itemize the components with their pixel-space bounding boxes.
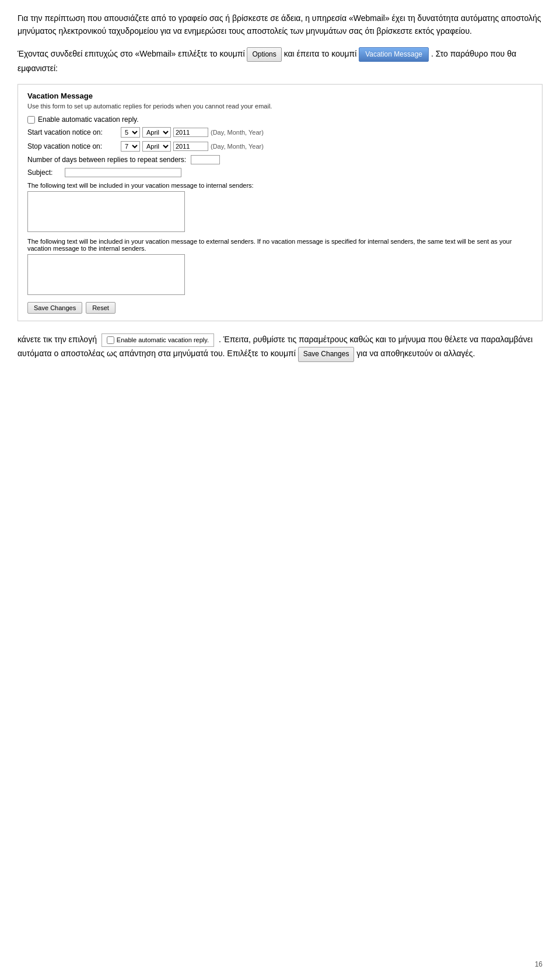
reset-button[interactable]: Reset bbox=[86, 302, 116, 314]
start-day-select[interactable]: 5 bbox=[121, 127, 140, 138]
internal-text-label: The following text will be included in y… bbox=[27, 182, 533, 189]
subject-input[interactable] bbox=[65, 168, 181, 177]
intro-p2-middle: και έπειτα το κουμπί bbox=[284, 49, 357, 58]
stop-month-select[interactable]: April bbox=[142, 141, 171, 152]
vacation-message-button[interactable]: Vacation Message bbox=[359, 47, 429, 62]
external-message-textarea[interactable] bbox=[27, 254, 185, 295]
footer-paragraph: κάνετε τικ την επιλογή Enable automatic … bbox=[18, 333, 542, 361]
intro-paragraph-1: Για την περίπτωση που απουσιάζετε από το… bbox=[18, 12, 542, 38]
save-changes-button[interactable]: Save Changes bbox=[27, 302, 82, 314]
start-month-select[interactable]: April bbox=[142, 127, 171, 138]
button-row: Save Changes Reset bbox=[27, 302, 533, 314]
start-format-label: (Day, Month, Year) bbox=[211, 129, 264, 136]
start-row: Start vacation notice on: 5 April (Day, … bbox=[27, 127, 533, 138]
options-button[interactable]: Options bbox=[247, 47, 281, 62]
intro-paragraph-2: Έχοντας συνδεθεί επιτυχώς στο «Webmail» … bbox=[18, 47, 542, 75]
footer-enable-checkbox[interactable] bbox=[107, 336, 114, 344]
stop-day-select[interactable]: 7 bbox=[121, 141, 140, 152]
repeat-row: Number of days between replies to repeat… bbox=[27, 155, 533, 164]
enable-row: Enable automatic vacation reply. bbox=[27, 115, 533, 124]
vacation-message-panel: Vacation Message Use this form to set up… bbox=[18, 84, 542, 321]
repeat-label: Number of days between replies to repeat… bbox=[27, 156, 186, 164]
start-label: Start vacation notice on: bbox=[27, 128, 121, 136]
enable-label: Enable automatic vacation reply. bbox=[38, 115, 139, 124]
intro-p2-before: Έχοντας συνδεθεί επιτυχώς στο «Webmail» … bbox=[18, 49, 245, 58]
footer-save-changes-button[interactable]: Save Changes bbox=[298, 347, 355, 361]
internal-message-textarea[interactable] bbox=[27, 191, 185, 232]
enable-checkbox[interactable] bbox=[27, 116, 35, 124]
footer-p-end: για να αποθηκευτούν οι αλλαγές. bbox=[356, 349, 475, 359]
repeat-input[interactable] bbox=[191, 155, 220, 164]
footer-enable-label: Enable automatic vacation reply. bbox=[117, 335, 209, 346]
external-text-label: The following text will be included in y… bbox=[27, 238, 533, 252]
stop-year-input[interactable] bbox=[173, 142, 208, 151]
subject-label: Subject: bbox=[27, 168, 62, 177]
enable-checkbox-inline: Enable automatic vacation reply. bbox=[102, 333, 214, 347]
stop-row: Stop vacation notice on: 7 April (Day, M… bbox=[27, 141, 533, 152]
panel-title: Vacation Message bbox=[27, 92, 533, 100]
stop-format-label: (Day, Month, Year) bbox=[211, 143, 264, 150]
subject-row: Subject: bbox=[27, 168, 533, 177]
start-year-input[interactable] bbox=[173, 128, 208, 137]
panel-description: Use this form to set up automatic replie… bbox=[27, 103, 533, 110]
stop-label: Stop vacation notice on: bbox=[27, 142, 121, 150]
footer-p-before: κάνετε τικ την επιλογή bbox=[18, 335, 97, 344]
